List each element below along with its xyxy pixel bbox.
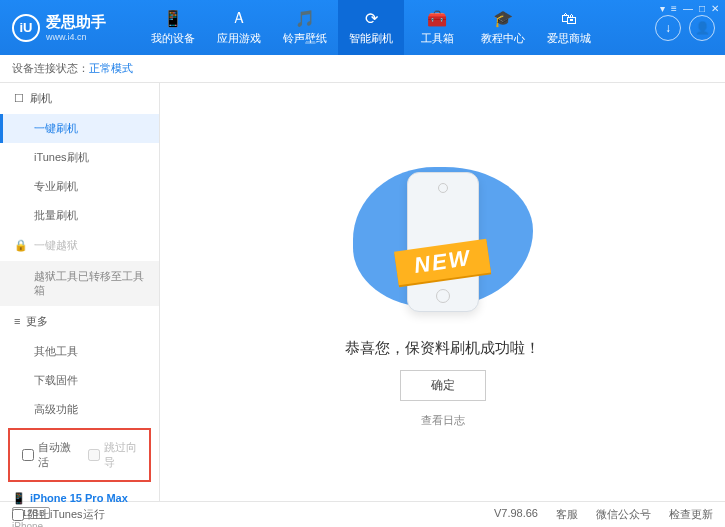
download-icon: ↓	[665, 21, 671, 35]
sidebar-jailbreak-notice[interactable]: 越狱工具已转移至工具箱	[0, 261, 159, 306]
logo-icon: iU	[12, 14, 40, 42]
success-message: 恭喜您，保资料刷机成功啦！	[345, 339, 540, 358]
app-url: www.i4.cn	[46, 32, 106, 42]
apps-icon: Ａ	[230, 10, 248, 28]
sidebar-section-flash[interactable]: ☐刷机	[0, 83, 159, 114]
block-itunes-checkbox[interactable]: 阻止iTunes运行	[12, 507, 105, 522]
lock-icon: 🔒	[14, 239, 28, 252]
device-name[interactable]: 📱iPhone 15 Pro Max	[12, 492, 147, 505]
nav-flash[interactable]: ⟳智能刷机	[338, 0, 404, 55]
version-label: V7.98.66	[494, 507, 538, 522]
sidebar-item-pro-flash[interactable]: 专业刷机	[0, 172, 159, 201]
header-actions: ↓ 👤	[655, 15, 725, 41]
auto-activate-checkbox[interactable]: 自动激活	[22, 440, 72, 470]
success-illustration: NEW	[343, 157, 543, 327]
phone-icon: 📱	[12, 492, 26, 505]
support-link[interactable]: 客服	[556, 507, 578, 522]
device-icon: 📱	[164, 10, 182, 28]
nav-my-device[interactable]: 📱我的设备	[140, 0, 206, 55]
nav-store[interactable]: 🛍爱思商城	[536, 0, 602, 55]
sidebar-item-oneclick-flash[interactable]: 一键刷机	[0, 114, 159, 143]
tutorial-icon: 🎓	[494, 10, 512, 28]
refresh-icon: ⟳	[362, 10, 380, 28]
wechat-link[interactable]: 微信公众号	[596, 507, 651, 522]
sidebar-item-batch-flash[interactable]: 批量刷机	[0, 201, 159, 230]
header-bar: iU 爱思助手 www.i4.cn 📱我的设备 Ａ应用游戏 🎵铃声壁纸 ⟳智能刷…	[0, 0, 725, 55]
download-button[interactable]: ↓	[655, 15, 681, 41]
logo-area: iU 爱思助手 www.i4.cn	[0, 13, 140, 42]
toolbox-icon: 🧰	[428, 10, 446, 28]
status-label: 设备连接状态：	[12, 61, 89, 76]
status-bar: 设备连接状态： 正常模式	[0, 55, 725, 83]
list-icon: ≡	[14, 315, 20, 327]
main-nav: 📱我的设备 Ａ应用游戏 🎵铃声壁纸 ⟳智能刷机 🧰工具箱 🎓教程中心 🛍爱思商城	[140, 0, 602, 55]
skip-guide-checkbox[interactable]: 跳过向导	[88, 440, 138, 470]
sidebar-item-itunes-flash[interactable]: iTunes刷机	[0, 143, 159, 172]
menu-list-icon[interactable]: ≡	[671, 3, 677, 14]
nav-ringtones[interactable]: 🎵铃声壁纸	[272, 0, 338, 55]
close-icon[interactable]: ✕	[711, 3, 719, 14]
minimize-icon[interactable]: —	[683, 3, 693, 14]
app-title: 爱思助手	[46, 13, 106, 32]
main-content: NEW 恭喜您，保资料刷机成功啦！ 确定 查看日志	[160, 83, 725, 501]
sidebar-item-download-firmware[interactable]: 下载固件	[0, 366, 159, 395]
status-mode: 正常模式	[89, 61, 133, 76]
user-button[interactable]: 👤	[689, 15, 715, 41]
nav-tutorials[interactable]: 🎓教程中心	[470, 0, 536, 55]
view-log-link[interactable]: 查看日志	[421, 413, 465, 428]
sidebar-section-jailbreak: 🔒一键越狱	[0, 230, 159, 261]
maximize-icon[interactable]: □	[699, 3, 705, 14]
sidebar-item-advanced[interactable]: 高级功能	[0, 395, 159, 424]
window-controls: ▾ ≡ — □ ✕	[660, 3, 719, 14]
update-link[interactable]: 检查更新	[669, 507, 713, 522]
user-icon: 👤	[695, 21, 710, 35]
checkbox-options: 自动激活 跳过向导	[8, 428, 151, 482]
nav-apps[interactable]: Ａ应用游戏	[206, 0, 272, 55]
sidebar: ☐刷机 一键刷机 iTunes刷机 专业刷机 批量刷机 🔒一键越狱 越狱工具已转…	[0, 83, 160, 501]
confirm-button[interactable]: 确定	[400, 370, 486, 401]
music-icon: 🎵	[296, 10, 314, 28]
sidebar-section-more[interactable]: ≡更多	[0, 306, 159, 337]
menu-dropdown-icon[interactable]: ▾	[660, 3, 665, 14]
sidebar-item-other-tools[interactable]: 其他工具	[0, 337, 159, 366]
flash-icon: ☐	[14, 92, 24, 105]
store-icon: 🛍	[560, 10, 578, 28]
nav-toolbox[interactable]: 🧰工具箱	[404, 0, 470, 55]
